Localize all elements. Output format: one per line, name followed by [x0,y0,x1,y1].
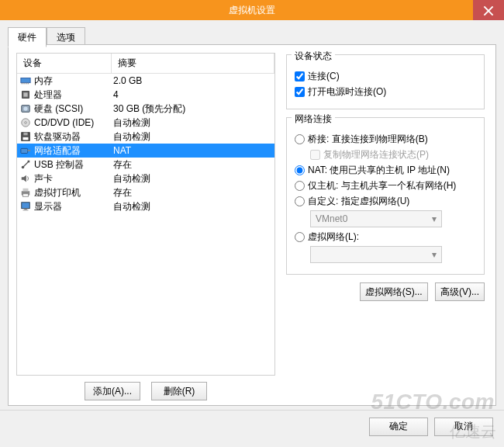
svg-rect-1 [22,83,22,85]
device-row-usb[interactable]: USB 控制器存在 [17,158,274,172]
device-row-display[interactable]: 显示器自动检测 [17,199,274,213]
list-rows: 内存2.0 GB处理器4硬盘 (SCSI)30 GB (预先分配)CD/DVD … [17,74,274,213]
device-summary: 自动检测 [110,130,273,144]
svg-rect-12 [23,133,27,136]
settings-panel: 设备状态 连接(C) 打开电源时连接(O) 网络连接 桥接: 直接连接到物理网络… [286,53,488,400]
col-summary[interactable]: 摘要 [112,54,274,73]
tab-strip: 硬件选项 [8,26,496,44]
svg-rect-0 [21,78,30,83]
chk-replicate-input [310,150,320,160]
svg-rect-21 [22,203,30,209]
device-summary: 4 [110,89,273,100]
hdd-icon [19,102,33,115]
fieldset-network: 网络连接 桥接: 直接连接到物理网络(B) 复制物理网络连接状态(P) NAT:… [286,117,485,275]
device-name: 软盘驱动器 [33,130,110,144]
radio-vnetwork[interactable]: 虚拟网络(L): [295,230,476,243]
add-button[interactable]: 添加(A)... [85,382,140,400]
device-summary: 存在 [110,158,273,172]
chevron-down-icon: ▾ [432,213,437,224]
radio-nat[interactable]: NAT: 使用已共享的主机 IP 地址(N) [295,164,476,176]
chk-connect-at-poweron-input[interactable] [295,87,305,97]
svg-point-10 [25,122,27,124]
svg-rect-23 [23,210,29,210]
svg-rect-6 [23,92,27,96]
device-summary: 存在 [110,186,273,199]
advanced-button[interactable]: 高级(V)... [435,282,485,301]
close-button[interactable] [473,0,504,20]
dialog-footer: 确定 取消 [0,410,504,442]
device-summary: 自动检测 [110,200,273,213]
device-row-netadapter[interactable]: 网络适配器NAT [17,144,274,158]
device-summary: 30 GB (预先分配) [110,102,273,116]
device-summary: 自动检测 [110,116,273,130]
chevron-down-icon: ▾ [432,249,437,260]
chk-connect-at-poweron[interactable]: 打开电源时连接(O) [295,85,476,98]
combo-custom-vmnet: VMnet0▾ [310,210,442,227]
sound-icon [19,172,33,185]
network-buttons: 虚拟网络(S)... 高级(V)... [286,282,485,301]
device-summary: NAT [110,145,273,156]
svg-rect-15 [28,150,31,151]
legend-status: 设备状态 [292,50,335,63]
radio-bridged-input[interactable] [295,134,305,144]
tab-hardware[interactable]: 硬件 [8,27,47,47]
ok-button[interactable]: 确定 [369,418,428,436]
svg-rect-20 [23,194,29,197]
device-row-cddvd[interactable]: CD/DVD (IDE)自动检测 [17,116,274,130]
svg-rect-14 [21,148,28,153]
device-name: 显示器 [33,200,110,213]
close-icon [483,5,494,16]
svg-point-8 [23,106,27,110]
radio-bridged[interactable]: 桥接: 直接连接到物理网络(B) [295,133,476,145]
svg-rect-19 [23,189,29,192]
device-summary: 2.0 GB [110,75,273,86]
device-row-cpu[interactable]: 处理器4 [17,88,274,102]
radio-custom-input[interactable] [295,196,305,206]
dialog-title: 虚拟机设置 [229,5,275,16]
svg-rect-17 [28,161,30,163]
device-summary: 自动检测 [110,172,273,185]
printer-icon [19,186,33,199]
floppy-icon [19,130,33,143]
svg-rect-3 [26,83,26,85]
radio-vnetwork-input[interactable] [295,232,305,242]
svg-rect-2 [23,83,24,85]
device-row-hdd[interactable]: 硬盘 (SCSI)30 GB (预先分配) [17,102,274,116]
col-device[interactable]: 设备 [17,54,112,73]
device-name: CD/DVD (IDE) [33,117,110,128]
device-list[interactable]: 设备 摘要 内存2.0 GB处理器4硬盘 (SCSI)30 GB (预先分配)C… [16,53,275,376]
usb-icon [19,158,33,171]
chk-connected[interactable]: 连接(C) [295,70,476,82]
list-header: 设备 摘要 [17,54,274,74]
radio-hostonly[interactable]: 仅主机: 与主机共享一个私有网络(H) [295,179,476,192]
device-name: 处理器 [33,88,110,102]
svg-rect-13 [23,137,29,140]
device-row-memory[interactable]: 内存2.0 GB [17,74,274,88]
device-row-floppy[interactable]: 软盘驱动器自动检测 [17,130,274,144]
chk-replicate: 复制物理网络连接状态(P) [310,148,476,161]
device-name: 虚拟打印机 [33,186,110,199]
radio-nat-input[interactable] [295,165,305,175]
radio-custom[interactable]: 自定义: 指定虚拟网络(U) [295,195,476,207]
device-name: 内存 [33,74,110,88]
radio-hostonly-input[interactable] [295,181,305,191]
device-buttons: 添加(A)... 删除(R) [16,376,275,400]
svg-rect-22 [24,209,27,210]
cd-icon [19,116,33,129]
chk-connected-input[interactable] [295,71,305,81]
device-name: 网络适配器 [33,144,110,158]
svg-rect-4 [28,83,29,85]
device-row-sound[interactable]: 声卡自动检测 [17,172,274,185]
cancel-button[interactable]: 取消 [434,418,493,436]
remove-button[interactable]: 删除(R) [151,382,207,400]
display-icon [19,200,33,213]
device-panel: 设备 摘要 内存2.0 GB处理器4硬盘 (SCSI)30 GB (预先分配)C… [16,53,275,400]
cpu-icon [19,88,33,101]
memory-icon [19,74,33,87]
net-icon [19,144,33,157]
vnet-button[interactable]: 虚拟网络(S)... [360,282,428,301]
titlebar: 虚拟机设置 [0,0,504,20]
device-name: USB 控制器 [33,158,110,172]
device-row-vprinter[interactable]: 虚拟打印机存在 [17,185,274,199]
combo-vnetwork: ▾ [310,246,442,263]
